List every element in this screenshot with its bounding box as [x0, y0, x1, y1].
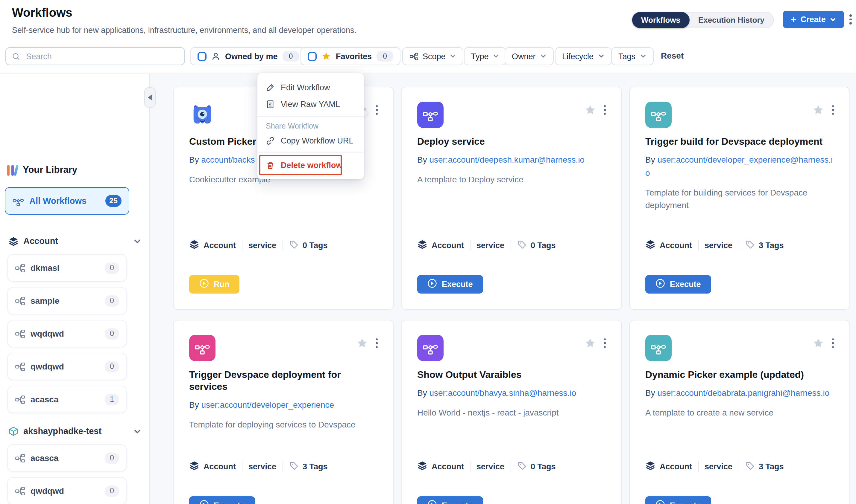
lifecycle-dropdown[interactable]: Lifecycle [555, 47, 612, 65]
plus-icon: + [791, 15, 797, 24]
sidebar-group-Account[interactable]: Account [8, 234, 141, 248]
card-type: service [249, 462, 276, 471]
card-menu-button[interactable] [376, 105, 378, 115]
owner-link[interactable]: user:account/developer_experience [201, 400, 334, 410]
card-action-button[interactable]: Execute [417, 275, 483, 293]
owned-by-me-filter[interactable]: Owned by me 0 [190, 47, 307, 65]
workflow-icon [13, 195, 24, 206]
favorite-star-icon[interactable] [584, 104, 596, 116]
card-action-button[interactable]: Execute [417, 496, 483, 504]
owner-link[interactable]: user:account/bhavya.sinha@harness.io [429, 388, 576, 398]
tab-execution-history[interactable]: Execution History [689, 12, 773, 28]
card-description: Template for building services for Devsp… [645, 186, 834, 212]
owner-link[interactable]: user:account/developer_experience@harnes… [645, 155, 833, 178]
owner-link[interactable]: account/backs [201, 155, 255, 164]
sidebar-item-qwdqwd[interactable]: qwdqwd 0 [7, 477, 127, 504]
workflow-type-icon [417, 335, 444, 361]
chevron-down-icon [134, 427, 141, 435]
type-dropdown[interactable]: Type [464, 47, 507, 65]
favorites-filter[interactable]: Favorites 0 [301, 47, 400, 65]
sidebar-item-sample[interactable]: sample 0 [7, 287, 127, 314]
document-icon [266, 100, 275, 109]
workflow-type-icon [645, 335, 672, 361]
card-menu-button[interactable] [376, 338, 378, 348]
tab-workflows[interactable]: Workflows [632, 12, 689, 28]
favorite-star-icon[interactable] [356, 337, 368, 349]
workflows-grid: Custom Picker By account/backs Cookiecut… [150, 74, 856, 504]
hierarchy-icon [15, 486, 25, 496]
favorite-star-icon[interactable] [812, 104, 824, 116]
play-icon [199, 500, 209, 504]
view-toggle: Workflows Execution History [632, 12, 774, 28]
favorites-checkbox[interactable] [308, 52, 316, 61]
sidebar-item-qwdqwd[interactable]: qwdqwd 0 [7, 353, 127, 380]
owned-count-badge: 0 [283, 51, 299, 61]
layers-icon [189, 239, 199, 251]
workflow-card[interactable]: Trigger build for Devspace deployment By… [629, 87, 850, 310]
card-menu-button[interactable] [604, 105, 606, 115]
card-owner-line: By user:account/developer_experience [189, 398, 378, 411]
page-subtitle: Self-service hub for new applications, i… [12, 26, 357, 35]
owner-link[interactable]: user:account/deepesh.kumar@harness.io [429, 155, 584, 164]
card-type: service [477, 462, 504, 471]
tag-icon [745, 239, 755, 251]
header-kebab-menu[interactable] [850, 14, 852, 24]
scope-icon [409, 52, 418, 61]
scope-dropdown[interactable]: Scope [402, 47, 464, 65]
workflow-type-icon [417, 102, 444, 128]
trash-icon [266, 161, 275, 169]
menu-item-view-raw-yaml[interactable]: View Raw YAML [257, 96, 364, 112]
tags-dropdown[interactable]: Tags [611, 47, 653, 65]
item-count-badge: 0 [105, 485, 119, 497]
divider [257, 152, 364, 153]
workflow-card[interactable]: Show Output Varaibles By user:account/bh… [401, 320, 622, 504]
chevron-down-icon [540, 51, 547, 61]
card-action-button[interactable]: Run [189, 275, 240, 293]
sidebar-item-acasca[interactable]: acasca 0 [7, 444, 127, 472]
group-icon [8, 236, 19, 246]
item-count-badge: 0 [105, 328, 119, 339]
workflow-card[interactable]: Trigger Devspace deployment for services… [173, 320, 394, 504]
tag-icon [289, 239, 298, 251]
menu-item-delete-workflow[interactable]: Delete workflow [257, 157, 364, 174]
workflow-card[interactable]: Deploy service By user:account/deepesh.k… [401, 87, 622, 310]
card-meta: Account service 0 Tags [417, 239, 606, 251]
page-title: Workflows [12, 6, 72, 20]
owned-by-me-checkbox[interactable] [198, 52, 206, 61]
card-action-button[interactable]: Execute [645, 275, 711, 293]
card-menu-button[interactable] [604, 338, 606, 348]
card-menu-button[interactable] [832, 338, 834, 348]
create-button[interactable]: + Create [783, 11, 844, 28]
favorites-star-icon [322, 51, 331, 61]
layers-icon [417, 239, 427, 251]
sidebar-item-all-workflows[interactable]: All Workflows 25 [5, 187, 129, 215]
library-sidebar: Your Library All Workflows 25 Account [0, 74, 150, 504]
reset-filters-button[interactable]: Reset [661, 51, 684, 60]
hierarchy-icon [15, 328, 25, 339]
favorite-star-icon[interactable] [812, 337, 824, 349]
menu-item-edit-workflow[interactable]: Edit Workflow [257, 79, 364, 96]
card-action-button[interactable]: Execute [645, 496, 711, 504]
owner-link[interactable]: user:account/debabrata.panigrahi@harness… [657, 388, 829, 398]
sidebar-item-dkmasl[interactable]: dkmasl 0 [7, 254, 127, 282]
card-description: A template to create a new service [645, 407, 834, 419]
item-count-badge: 0 [105, 295, 119, 306]
card-action-button[interactable]: Execute [189, 496, 255, 504]
tag-icon [517, 239, 527, 251]
sidebar-item-acasca[interactable]: acasca 1 [7, 385, 127, 413]
owner-dropdown[interactable]: Owner [504, 47, 554, 65]
favorite-star-icon[interactable] [584, 337, 596, 349]
layers-icon [645, 239, 655, 251]
card-title: Trigger Devspace deployment for services [189, 369, 378, 393]
chevron-down-icon [493, 51, 499, 61]
menu-item-copy-workflow-url[interactable]: Copy Workflow URL [257, 132, 364, 149]
card-owner-line: By user:account/developer_experience@har… [645, 153, 834, 179]
sidebar-collapse-button[interactable] [144, 87, 156, 108]
sidebar-item-wqdqwd[interactable]: wqdqwd 0 [7, 320, 127, 347]
collapse-arrow-icon [148, 94, 152, 101]
sidebar-group-akshayphadke-test[interactable]: akshayphadke-test [8, 425, 141, 438]
chevron-down-icon [134, 237, 141, 245]
search-input[interactable] [25, 51, 178, 61]
card-menu-button[interactable] [832, 105, 834, 115]
workflow-card[interactable]: Dynamic Picker example (updated) By user… [629, 320, 850, 504]
